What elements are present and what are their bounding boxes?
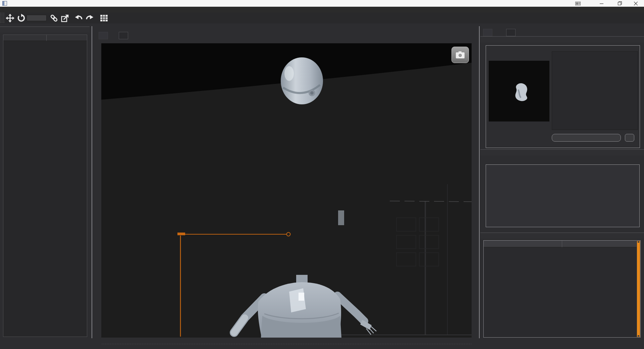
add-workspace-button[interactable]: [625, 134, 634, 142]
left-splitter[interactable]: [92, 26, 92, 338]
property-grid-body: [484, 247, 637, 337]
attachment-tree-table: [3, 35, 87, 337]
camera-snapshot-button[interactable]: [451, 47, 469, 63]
right-splitter[interactable]: [479, 26, 480, 338]
rotate-tool-icon[interactable]: [16, 13, 25, 23]
maximize-button[interactable]: [614, 0, 626, 7]
link-icon[interactable]: [49, 13, 59, 23]
app-icon: [2, 1, 7, 6]
tab-costume[interactable]: [99, 32, 108, 39]
helmet-stack: [281, 57, 323, 104]
scrollbar-thumb[interactable]: [637, 241, 640, 337]
tool-information-header: [480, 149, 644, 155]
coordinate-space-input[interactable]: [26, 15, 47, 21]
minimize-button[interactable]: [596, 0, 607, 7]
viewport-canvas[interactable]: [101, 43, 472, 338]
undo-icon[interactable]: [74, 13, 83, 23]
toolbar: [0, 12, 644, 23]
move-tool-icon[interactable]: [5, 13, 15, 23]
column-parts[interactable]: [3, 35, 47, 41]
property-grid-columns: [484, 241, 637, 247]
tool-information-box: [486, 164, 640, 227]
attach-costume-part-button[interactable]: [552, 134, 621, 142]
preview-thumbnail: [489, 61, 549, 121]
tab-workspaces[interactable]: [483, 29, 492, 36]
redo-icon[interactable]: [85, 13, 95, 23]
close-window-icon[interactable]: [630, 0, 641, 7]
touch-keyboard-icon[interactable]: [572, 0, 584, 7]
property-grid-header: [480, 233, 644, 239]
export-icon[interactable]: [60, 13, 70, 23]
workspaces-groupbox: [486, 45, 640, 148]
workspace-list: [552, 51, 638, 130]
grid-icon[interactable]: [99, 13, 109, 23]
attachment-tree-header: [0, 27, 90, 33]
camera-icon: [455, 51, 465, 59]
title-bar: [0, 0, 644, 7]
bottom-resize-grip[interactable]: [101, 343, 472, 345]
toolbar-grip[interactable]: [0, 12, 5, 23]
application-window: [0, 0, 644, 349]
tab-pattern-layout[interactable]: [119, 32, 128, 39]
column-visible[interactable]: [47, 35, 87, 41]
property-grid-table: [483, 240, 641, 338]
menu-bar: [0, 7, 644, 12]
attachment-tree-columns: [3, 35, 87, 41]
workspace-preview: [489, 61, 549, 121]
3d-scene: [101, 43, 472, 338]
property-grid-scrollbar[interactable]: [637, 241, 640, 337]
workspaces-panel-header: [480, 36, 644, 42]
tab-create-2d[interactable]: [506, 29, 516, 36]
